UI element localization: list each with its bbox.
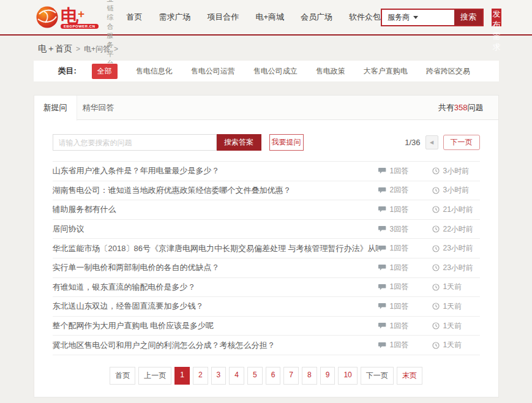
page-button[interactable]: 7 [283, 367, 299, 385]
reply-bubble-icon [378, 167, 386, 175]
nav-item-demand-plaza[interactable]: 需求广场 [159, 12, 190, 23]
question-time: 21小时前 [432, 205, 480, 215]
question-row[interactable]: 东北送山东双边，经鲁固直流要加多少钱？1回答1天前 [53, 297, 480, 317]
page-button[interactable]: 末页 [397, 367, 422, 385]
clock-icon [432, 245, 440, 252]
question-row[interactable]: 辅助服务都有什么1回答21小时前 [53, 200, 480, 220]
reply-count: 3回答 [378, 224, 432, 235]
breadcrumb-home[interactable]: 电＋首页 [38, 43, 72, 55]
search-answers-button[interactable]: 搜索答案 [217, 134, 261, 151]
prev-page-button[interactable]: ◀ [425, 135, 438, 149]
page-button[interactable]: 10 [338, 367, 357, 385]
category-item-company-founding[interactable]: 售电公司成立 [253, 66, 298, 77]
question-time: 22小时前 [432, 224, 480, 235]
reply-count: 1回答 [378, 205, 432, 215]
nav-item-software-crowdsourcing[interactable]: 软件众包 [349, 12, 381, 23]
next-page-button[interactable]: 下一页 [443, 135, 480, 150]
clock-icon [432, 303, 440, 310]
category-all-chip[interactable]: 全部 [92, 64, 118, 79]
page-button[interactable]: 3 [211, 367, 227, 385]
reply-count: 1回答 [378, 166, 432, 176]
tab-best-answers[interactable]: 精华回答 [77, 96, 120, 120]
question-title[interactable]: 有谁知道，银东直流的输配电价是多少？ [53, 282, 378, 293]
page-button-current[interactable]: 1 [174, 367, 190, 385]
chevron-down-icon [413, 16, 418, 19]
page-button[interactable]: 下一页 [361, 367, 394, 385]
question-title[interactable]: 居间协议 [53, 224, 378, 235]
category-item-cross-region[interactable]: 跨省跨区交易 [426, 66, 470, 77]
nav-item-mall[interactable]: 电+商城 [255, 12, 284, 23]
page-indicator: 1/36 [405, 138, 420, 147]
site-logo[interactable]: 电+ EBGPOWER.CN [36, 6, 99, 29]
question-time: 3小时前 [432, 185, 480, 195]
nav-item-member-plaza[interactable]: 会员广场 [301, 12, 332, 23]
reply-bubble-icon [378, 284, 386, 291]
question-search-input[interactable] [53, 134, 217, 151]
question-row[interactable]: 冀北地区售电公司和用户之间的利润怎么分成？考核怎么分担？1回答1天前 [53, 336, 480, 355]
question-title[interactable]: 东北送山东双边，经鲁固直流要加多少钱？ [53, 301, 378, 312]
question-title[interactable]: 华北监能市场〔2018〕86号《京津唐电网电力中长期交易偏差处理 与考核管理暂行… [53, 243, 378, 254]
question-title[interactable]: 山东省用户准入条件是？年用电量最少是多少？ [53, 165, 378, 176]
category-item-direct-purchase[interactable]: 大客户直购电 [364, 66, 408, 77]
question-meta: 1回答1天前 [378, 340, 480, 350]
question-row[interactable]: 有谁知道，银东直流的输配电价是多少？1回答1天前 [53, 278, 480, 298]
page-button[interactable]: 2 [193, 367, 208, 385]
question-meta: 1回答1天前 [378, 321, 480, 331]
question-meta: 1回答1天前 [378, 301, 480, 312]
publish-demand-button[interactable]: 发布需求 [492, 9, 501, 26]
reply-count: 1回答 [378, 282, 432, 292]
nav-item-home[interactable]: 首页 [126, 12, 142, 23]
page-button[interactable]: 4 [229, 367, 244, 385]
page-button[interactable]: 8 [302, 367, 317, 385]
category-item-informatization[interactable]: 售电信息化 [136, 66, 173, 77]
question-title[interactable]: 整个配网作为大用户直购电 电价应该是多少呢 [53, 320, 378, 331]
question-time: 1天前 [432, 282, 480, 292]
question-row[interactable]: 湖南售电公司：谁知道当地政府优惠政策经信委哪个文件叠加优惠？2回答3小时前 [53, 181, 480, 201]
question-time: 1天前 [432, 321, 480, 331]
ask-question-button[interactable]: 我要提问 [269, 134, 304, 151]
question-meta: 1回答21小时前 [378, 205, 480, 215]
reply-bubble-icon [378, 225, 386, 233]
reply-bubble-icon [378, 322, 386, 330]
tab-bar: 新提问 精华回答 共有358问题 [34, 96, 498, 120]
question-title[interactable]: 冀北地区售电公司和用户之间的利润怎么分成？考核怎么分担？ [53, 340, 378, 351]
reply-bubble-icon [378, 245, 386, 252]
qa-toolbar: 搜索答案 我要提问 1/36 ◀ 下一页 [53, 134, 480, 151]
page-button[interactable]: 9 [320, 367, 335, 385]
question-count: 共有358问题 [438, 102, 484, 113]
search-category-value: 服务商 [388, 12, 410, 23]
brand-text: 电+ [61, 6, 84, 24]
main-nav: 首页 需求广场 项目合作 电+商城 会员广场 软件众包 [126, 12, 381, 23]
category-item-company-operation[interactable]: 售电公司运营 [191, 66, 235, 77]
reply-count: 1回答 [378, 340, 432, 350]
page-button[interactable]: 首页 [110, 367, 135, 385]
page-button[interactable]: 上一页 [138, 367, 171, 385]
reply-count: 1回答 [378, 263, 432, 273]
bottom-pagination: 首页上一页12345678910下一页末页 [34, 367, 498, 385]
question-title[interactable]: 辅助服务都有什么 [53, 204, 378, 215]
header-search-button[interactable]: 搜索 [454, 10, 482, 25]
question-row[interactable]: 山东省用户准入条件是？年用电量最少是多少？1回答3小时前 [53, 162, 480, 181]
page-button[interactable]: 5 [247, 367, 263, 385]
reply-count: 2回答 [378, 185, 432, 195]
search-category-select[interactable]: 服务商 [382, 10, 454, 25]
category-item-policy[interactable]: 售电政策 [316, 66, 345, 77]
question-row[interactable]: 实行单一制电价和两部制电价的各自的优缺点？1回答23小时前 [53, 258, 480, 278]
clock-icon [432, 167, 440, 175]
question-row[interactable]: 整个配网作为大用户直购电 电价应该是多少呢1回答1天前 [53, 317, 480, 336]
question-title[interactable]: 实行单一制电价和两部制电价的各自的优缺点？ [53, 262, 378, 273]
reply-count: 1回答 [378, 321, 432, 331]
question-row[interactable]: 华北监能市场〔2018〕86号《京津唐电网电力中长期交易偏差处理 与考核管理暂行… [53, 239, 480, 258]
question-meta: 1回答1天前 [378, 282, 480, 292]
tab-new-questions[interactable]: 新提问 [34, 96, 77, 121]
breadcrumb-current[interactable]: 电+问答 [84, 44, 110, 55]
question-row[interactable]: 居间协议3回答22小时前 [53, 220, 480, 239]
clock-icon [432, 187, 440, 194]
site-tagline: 售电产业链 综合服务平台 [107, 0, 117, 68]
page-button[interactable]: 6 [266, 367, 281, 385]
reply-bubble-icon [378, 303, 386, 310]
question-time: 3小时前 [432, 166, 480, 176]
nav-item-project-cooperation[interactable]: 项目合作 [207, 12, 239, 23]
question-title[interactable]: 湖南售电公司：谁知道当地政府优惠政策经信委哪个文件叠加优惠？ [53, 185, 378, 196]
question-meta: 3回答22小时前 [378, 224, 480, 235]
